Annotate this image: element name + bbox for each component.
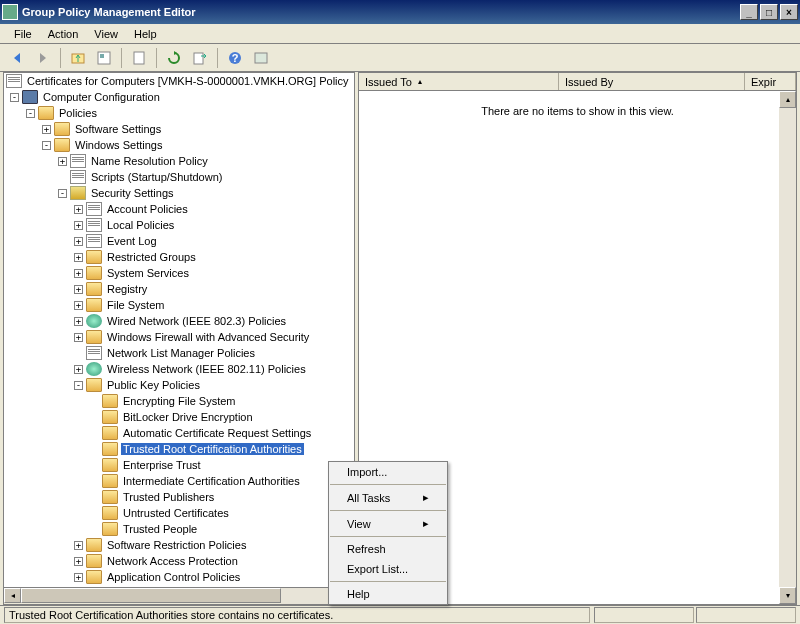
tree-item[interactable]: +Restricted Groups [4, 249, 354, 265]
menu-action[interactable]: Action [40, 26, 87, 42]
tree-item[interactable]: +System Services [4, 265, 354, 281]
window-title: Group Policy Management Editor [22, 6, 738, 18]
expand-icon[interactable]: + [74, 365, 83, 374]
maximize-button[interactable]: □ [760, 4, 778, 20]
collapse-icon[interactable]: - [74, 381, 83, 390]
folder-icon [102, 506, 118, 520]
tree-label: Enterprise Trust [121, 459, 203, 471]
tree-item[interactable]: +Registry [4, 281, 354, 297]
up-button[interactable] [67, 47, 89, 69]
tree-item[interactable]: Untrusted Certificates [4, 505, 354, 521]
tree-item[interactable]: +Event Log [4, 233, 354, 249]
tree-item[interactable]: Automatic Certificate Request Settings [4, 425, 354, 441]
horizontal-scrollbar[interactable]: ◂ ▸ [4, 587, 354, 604]
tree-item[interactable]: +Network Access Protection [4, 553, 354, 569]
tree-item[interactable]: +Application Control Policies [4, 569, 354, 585]
collapse-icon[interactable]: - [42, 141, 51, 150]
scroll-track[interactable] [779, 108, 796, 587]
tree-item[interactable]: +Local Policies [4, 217, 354, 233]
context-refresh[interactable]: Refresh [329, 539, 447, 559]
expand-icon[interactable]: + [74, 541, 83, 550]
expand-icon[interactable]: + [42, 125, 51, 134]
tree-item[interactable]: Intermediate Certification Authorities [4, 473, 354, 489]
context-view[interactable]: View▸ [329, 513, 447, 534]
tree-item[interactable]: -Windows Settings [4, 137, 354, 153]
menu-file[interactable]: File [6, 26, 40, 42]
column-header-expiration[interactable]: Expir [745, 73, 796, 90]
forward-button[interactable] [32, 47, 54, 69]
tree-item[interactable]: +Software Restriction Policies [4, 537, 354, 553]
policy-icon [6, 74, 22, 88]
tree-label: Software Restriction Policies [105, 539, 248, 551]
expand-icon[interactable]: + [74, 237, 83, 246]
tree-root[interactable]: Certificates for Computers [VMKH-S-00000… [4, 73, 354, 89]
context-import[interactable]: Import... [329, 462, 447, 482]
context-help[interactable]: Help [329, 584, 447, 604]
collapse-icon[interactable]: - [10, 93, 19, 102]
tree-item[interactable]: +Wireless Network (IEEE 802.11) Policies [4, 361, 354, 377]
column-header-issued-to[interactable]: Issued To▴ [359, 73, 559, 90]
collapse-icon[interactable]: - [26, 109, 35, 118]
scroll-up-icon[interactable]: ▴ [779, 91, 796, 108]
refresh-button[interactable] [163, 47, 185, 69]
tree-label: Encrypting File System [121, 395, 237, 407]
expand-icon[interactable]: + [74, 301, 83, 310]
scroll-thumb[interactable] [21, 588, 281, 603]
expand-icon[interactable]: + [74, 557, 83, 566]
column-header-issued-by[interactable]: Issued By [559, 73, 745, 90]
expand-icon[interactable]: + [74, 205, 83, 214]
help-button[interactable]: ? [224, 47, 246, 69]
scroll-left-icon[interactable]: ◂ [4, 588, 21, 603]
expand-icon[interactable]: + [74, 317, 83, 326]
expand-icon[interactable]: + [58, 157, 67, 166]
collapse-icon[interactable]: - [58, 189, 67, 198]
expand-icon[interactable]: + [74, 253, 83, 262]
tree-item[interactable]: -Public Key Policies [4, 377, 354, 393]
policy-icon [86, 218, 102, 232]
tree-item-selected[interactable]: Trusted Root Certification Authorities [4, 441, 354, 457]
close-button[interactable]: × [780, 4, 798, 20]
context-all-tasks[interactable]: All Tasks▸ [329, 487, 447, 508]
tree-pane: Certificates for Computers [VMKH-S-00000… [3, 72, 355, 605]
tree-item[interactable]: Encrypting File System [4, 393, 354, 409]
tree-item[interactable]: Network List Manager Policies [4, 345, 354, 361]
tree-item[interactable]: -Security Settings [4, 185, 354, 201]
menu-separator [330, 510, 446, 511]
tree-item[interactable]: +Software Settings [4, 121, 354, 137]
expand-icon[interactable]: + [74, 269, 83, 278]
folder-icon [102, 426, 118, 440]
options-button[interactable] [93, 47, 115, 69]
tree-item[interactable]: Trusted Publishers [4, 489, 354, 505]
folder-icon [102, 474, 118, 488]
tree-item[interactable]: +Account Policies [4, 201, 354, 217]
export-button[interactable] [189, 47, 211, 69]
properties-button[interactable] [128, 47, 150, 69]
tree-item[interactable]: Trusted People [4, 521, 354, 537]
tree-view[interactable]: Certificates for Computers [VMKH-S-00000… [4, 73, 354, 587]
tree-item[interactable]: BitLocker Drive Encryption [4, 409, 354, 425]
expand-icon[interactable]: + [74, 333, 83, 342]
expand-icon[interactable]: + [74, 573, 83, 582]
menu-view[interactable]: View [86, 26, 126, 42]
context-export[interactable]: Export List... [329, 559, 447, 579]
tree-label: Local Policies [105, 219, 176, 231]
scroll-down-icon[interactable]: ▾ [779, 587, 796, 604]
tree-item[interactable]: +Name Resolution Policy [4, 153, 354, 169]
tree-item[interactable]: Enterprise Trust [4, 457, 354, 473]
minimize-button[interactable]: _ [740, 4, 758, 20]
expand-icon[interactable]: + [74, 285, 83, 294]
separator-icon [60, 48, 61, 68]
back-button[interactable] [6, 47, 28, 69]
extra-button[interactable] [250, 47, 272, 69]
tree-item[interactable]: -Policies [4, 105, 354, 121]
expand-icon[interactable]: + [74, 221, 83, 230]
folder-icon [102, 490, 118, 504]
tree-item[interactable]: Scripts (Startup/Shutdown) [4, 169, 354, 185]
tree-label: Certificates for Computers [VMKH-S-00000… [25, 75, 351, 87]
vertical-scrollbar[interactable]: ▴ ▾ [779, 91, 796, 604]
tree-item[interactable]: +Windows Firewall with Advanced Security [4, 329, 354, 345]
menu-help[interactable]: Help [126, 26, 165, 42]
tree-item[interactable]: +File System [4, 297, 354, 313]
tree-item[interactable]: +Wired Network (IEEE 802.3) Policies [4, 313, 354, 329]
tree-item[interactable]: -Computer Configuration [4, 89, 354, 105]
